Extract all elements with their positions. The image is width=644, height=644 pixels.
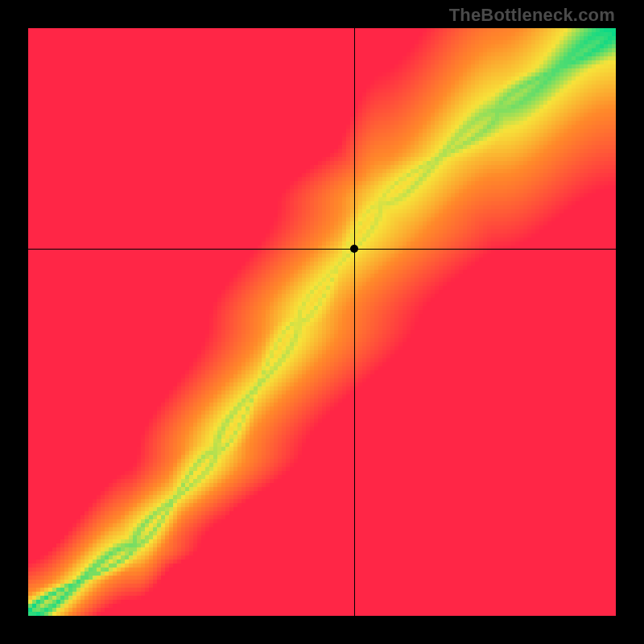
watermark-text: TheBottleneck.com <box>449 5 615 26</box>
heatmap-canvas <box>28 28 616 616</box>
crosshair-horizontal <box>28 249 616 250</box>
selection-marker <box>350 245 358 253</box>
chart-frame: TheBottleneck.com <box>0 0 644 644</box>
plot-area <box>28 28 616 616</box>
crosshair-vertical <box>354 28 355 616</box>
